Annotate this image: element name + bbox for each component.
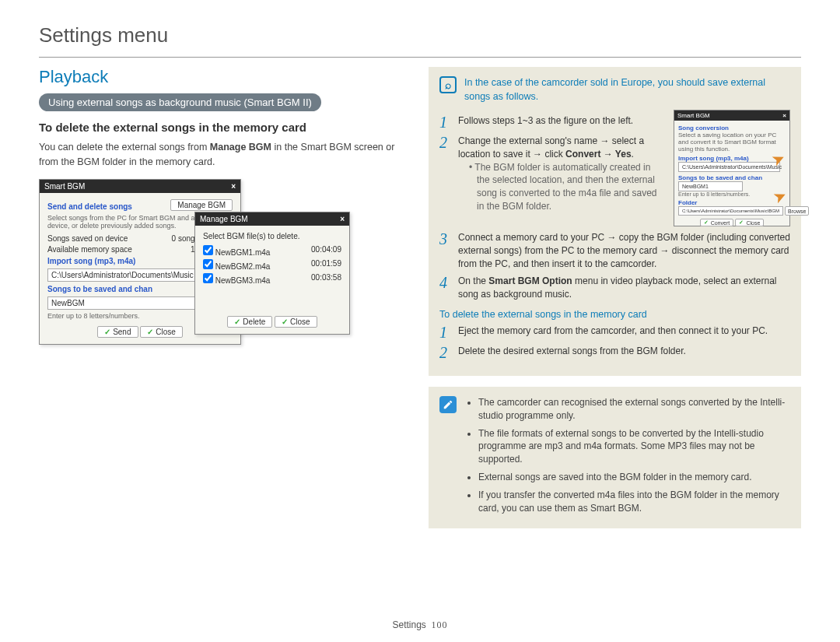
step-text: On the Smart BGM Option menu in video pl…	[458, 275, 790, 301]
step-2-sub: The BGM folder is automatically created …	[469, 161, 666, 213]
steps-1-2: 1 Follows steps 1~3 as the figure on the…	[439, 110, 666, 226]
bold-text: Convert → Yes	[565, 149, 631, 160]
step-1: 1 Follows steps 1~3 as the figure on the…	[439, 114, 666, 130]
t: Change the external song's name	[458, 135, 600, 146]
close-icon[interactable]: ×	[231, 182, 236, 191]
window-titlebar: Smart BGM ×	[674, 111, 789, 121]
close-icon[interactable]: ×	[782, 112, 786, 119]
manage-desc: Select BGM file(s) to delete.	[203, 232, 341, 240]
row1-label: Songs saved on device	[47, 234, 128, 243]
step-num: 4	[439, 275, 450, 301]
file-row: NewBGM3.m4a00:03:58	[203, 273, 341, 285]
note-item: External songs are saved into the BGM fo…	[478, 471, 790, 484]
send-button[interactable]: ✓Send	[97, 326, 138, 338]
close-label: Close	[290, 317, 310, 326]
close-icon[interactable]: ×	[340, 215, 345, 223]
file-item[interactable]: NewBGM3.m4a	[203, 273, 270, 285]
file-item[interactable]: NewBGM2.m4a	[203, 259, 270, 271]
mini-path[interactable]: C:\Users\Administrator\Documents\Music	[678, 162, 780, 172]
page-number: 100	[432, 619, 448, 630]
mini-close-label: Close	[746, 220, 760, 226]
columns: Playback Using external songs as backgro…	[39, 67, 801, 528]
mini-browse-button[interactable]: Browse	[785, 206, 809, 216]
window-body: Select BGM file(s) to delete. NewBGM1.m4…	[195, 226, 349, 334]
step-4: 4 On the Smart BGM Option menu in video …	[439, 275, 790, 301]
note-item: If you transfer the converted m4a files …	[478, 489, 790, 515]
steps-with-shot: 1 Follows steps 1~3 as the figure on the…	[439, 110, 790, 226]
footer: Settings 100	[0, 619, 840, 631]
page-title: Settings menu	[39, 23, 801, 47]
file-checkbox[interactable]	[203, 273, 213, 283]
pencil-icon	[443, 399, 453, 410]
arrow-icon: →	[533, 149, 542, 160]
mini-folder[interactable]: C:\Users\Administrator\Documents\Music\B…	[678, 206, 783, 216]
manage-bgm-button[interactable]: Manage BGM	[170, 199, 233, 211]
delete-button[interactable]: ✓Delete	[227, 316, 272, 328]
file-checkbox[interactable]	[203, 245, 213, 255]
close-button[interactable]: ✓Close	[140, 326, 183, 338]
file-duration: 00:03:58	[311, 273, 341, 285]
mini-h4: Folder	[678, 199, 786, 206]
window-titlebar: Smart BGM ×	[40, 180, 240, 193]
check-icon: ✓	[147, 328, 153, 336]
magnifier-icon: ⌕	[439, 76, 457, 93]
step-text: Follows steps 1~3 as the figure on the l…	[458, 114, 666, 130]
mini-desc: Select a saving location on your PC and …	[678, 132, 786, 153]
step-text: Connect a memory card to your PC → copy …	[458, 231, 790, 270]
file-list: NewBGM1.m4a00:04:09 NewBGM2.m4a00:01:59 …	[203, 245, 341, 285]
convert-label: Convert	[711, 220, 730, 226]
send-label: Send	[113, 328, 131, 336]
delete-label: Delete	[243, 317, 265, 326]
footer-label: Settings	[392, 619, 425, 630]
delete-subheading: To delete the external songs in the memo…	[439, 309, 790, 320]
screenshot-group: Smart BGM × Send and delete songs Manage…	[39, 179, 411, 374]
step-num: 2	[439, 135, 450, 213]
window-title: Smart BGM	[677, 112, 710, 119]
window-body: Song conversion Select a saving location…	[674, 121, 789, 230]
mini-screenshot: Smart BGM × Song conversion Select a sav…	[674, 110, 790, 226]
step-text: Change the external song's name → select…	[458, 135, 666, 213]
topic-pill: Using external songs as background music…	[39, 93, 321, 111]
window-titlebar: Manage BGM ×	[195, 212, 349, 226]
t: On the	[458, 275, 488, 286]
t: .	[632, 149, 634, 160]
mini-close-button[interactable]: ✓Close	[735, 219, 764, 226]
path-input[interactable]: C:\Users\Administrator\Documents\Music	[47, 268, 198, 282]
mini-h3: Songs to be saved and chan	[678, 174, 786, 181]
mini-hint: Enter up to 8 letters/numbers.	[678, 191, 786, 197]
check-icon: ✓	[282, 317, 288, 326]
close-button[interactable]: ✓Close	[275, 316, 317, 328]
step-num: 3	[439, 231, 450, 270]
mini-name[interactable]: NewBGM1	[678, 181, 743, 191]
t: click	[544, 149, 565, 160]
arrow-icon: →	[600, 135, 609, 146]
check-icon: ✓	[234, 317, 240, 326]
window-title: Smart BGM	[44, 182, 85, 191]
subheading: To delete the external songs in the memo…	[39, 121, 411, 134]
note-item: The file formats of external songs to be…	[478, 427, 790, 466]
del-step-1: 1 Eject the memory card from the camcord…	[439, 325, 790, 340]
file-checkbox[interactable]	[203, 259, 213, 269]
manage-bgm-window: Manage BGM × Select BGM file(s) to delet…	[194, 212, 350, 335]
check-icon: ✓	[739, 219, 744, 226]
convert-button[interactable]: ✓Convert	[700, 219, 734, 226]
step-num: 1	[439, 325, 450, 340]
step-num: 1	[439, 114, 450, 130]
close-label: Close	[156, 328, 176, 336]
step-2: 2 Change the external song's name → sele…	[439, 135, 666, 213]
check-icon: ✓	[104, 328, 110, 336]
del-step-2: 2 Delete the desired external songs from…	[439, 345, 790, 360]
send-delete-heading: Send and delete songs	[47, 202, 132, 211]
para-pre: You can delete the external songs from	[39, 142, 210, 153]
step-text: Delete the desired external songs from t…	[458, 345, 790, 360]
file-duration: 00:01:59	[311, 259, 341, 271]
step-3: 3 Connect a memory card to your PC → cop…	[439, 231, 790, 270]
note-list: The camcorder can recognised the externa…	[466, 396, 790, 519]
note-box: The camcorder can recognised the externa…	[429, 387, 801, 528]
para-bold: Manage BGM	[210, 142, 271, 153]
file-row: NewBGM2.m4a00:01:59	[203, 259, 341, 271]
note-icon	[439, 396, 457, 413]
file-item[interactable]: NewBGM1.m4a	[203, 245, 270, 257]
note-item: The camcorder can recognised the externa…	[478, 396, 790, 423]
step-text: Eject the memory card from the camcorder…	[458, 325, 790, 340]
